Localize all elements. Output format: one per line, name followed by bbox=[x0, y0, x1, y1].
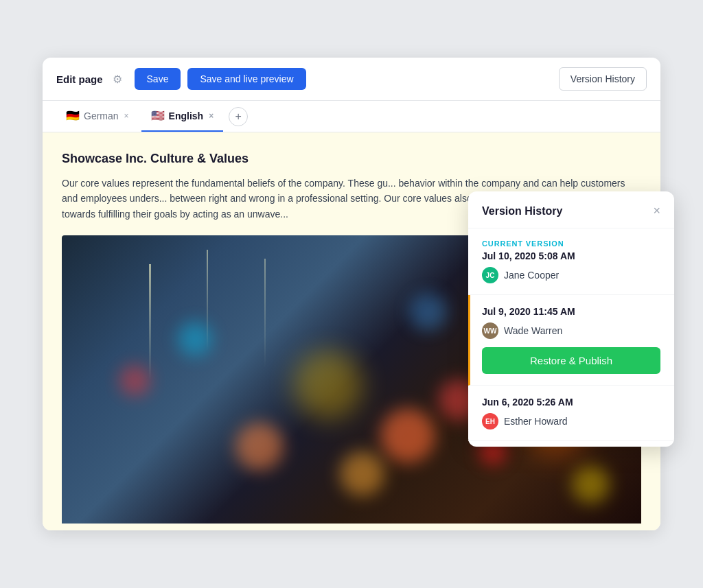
editor-toolbar: Edit page ⚙ Save Save and live preview V… bbox=[43, 58, 660, 101]
german-flag-icon: 🇩🇪 bbox=[66, 109, 80, 122]
edit-page-label: Edit page bbox=[56, 73, 103, 85]
username-3: Esther Howard bbox=[504, 416, 568, 427]
version-entry-3[interactable]: Jun 6, 2020 5:26 AM EH Esther Howard bbox=[468, 386, 674, 441]
avatar-wade-warren: WW bbox=[482, 322, 498, 339]
add-tab-button[interactable]: + bbox=[229, 107, 248, 126]
english-flag-icon: 🇺🇸 bbox=[151, 109, 165, 122]
restore-publish-button[interactable]: Restore & Publish bbox=[482, 347, 660, 374]
version-user-1: JC Jane Cooper bbox=[482, 267, 660, 283]
username-2: Wade Warren bbox=[504, 325, 562, 336]
version-date-1: Jul 10, 2020 5:08 AM bbox=[482, 250, 660, 261]
tab-german[interactable]: 🇩🇪 German × bbox=[56, 101, 139, 132]
version-user-3: EH Esther Howard bbox=[482, 413, 660, 430]
version-entry-2[interactable]: Jul 9, 2020 11:45 AM WW Wade Warren Rest… bbox=[468, 295, 674, 386]
tabs-bar: 🇩🇪 German × 🇺🇸 English × + bbox=[43, 101, 660, 132]
save-button[interactable]: Save bbox=[135, 68, 181, 90]
tab-english-close-icon[interactable]: × bbox=[209, 111, 214, 121]
content-title: Showcase Inc. Culture & Values bbox=[62, 152, 641, 166]
version-date-3: Jun 6, 2020 5:26 AM bbox=[482, 397, 660, 408]
version-entry-1[interactable]: CURRENT VERSION Jul 10, 2020 5:08 AM JC … bbox=[468, 228, 674, 295]
vh-header: Version History × bbox=[468, 191, 674, 228]
tab-english[interactable]: 🇺🇸 English × bbox=[141, 101, 224, 132]
save-preview-button[interactable]: Save and live preview bbox=[187, 68, 306, 90]
tab-german-label: German bbox=[84, 110, 119, 121]
main-container: Edit page ⚙ Save Save and live preview V… bbox=[43, 58, 660, 530]
version-date-2: Jul 9, 2020 11:45 AM bbox=[482, 306, 660, 317]
username-1: Jane Cooper bbox=[504, 270, 559, 281]
current-version-label: CURRENT VERSION bbox=[482, 239, 660, 248]
version-history-button[interactable]: Version History bbox=[559, 67, 647, 91]
avatar-jane-cooper: JC bbox=[482, 267, 498, 283]
tab-english-label: English bbox=[169, 110, 204, 121]
avatar-esther-howard: EH bbox=[482, 413, 498, 430]
vh-close-button[interactable]: × bbox=[653, 204, 660, 218]
version-history-panel: Version History × CURRENT VERSION Jul 10… bbox=[468, 191, 674, 447]
gear-icon[interactable]: ⚙ bbox=[113, 73, 122, 86]
vh-panel-title: Version History bbox=[482, 205, 562, 217]
tab-german-close-icon[interactable]: × bbox=[124, 111, 129, 121]
version-user-2: WW Wade Warren bbox=[482, 322, 660, 339]
